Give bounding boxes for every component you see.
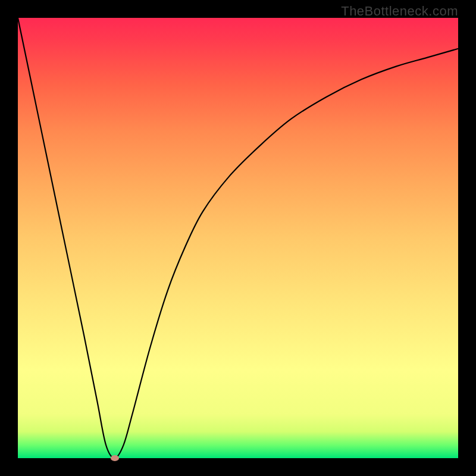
bottleneck-curve bbox=[18, 18, 458, 458]
curve-svg bbox=[18, 18, 458, 458]
watermark-text: TheBottleneck.com bbox=[341, 4, 458, 19]
marker-dot bbox=[111, 455, 119, 461]
plot-area bbox=[18, 18, 458, 458]
